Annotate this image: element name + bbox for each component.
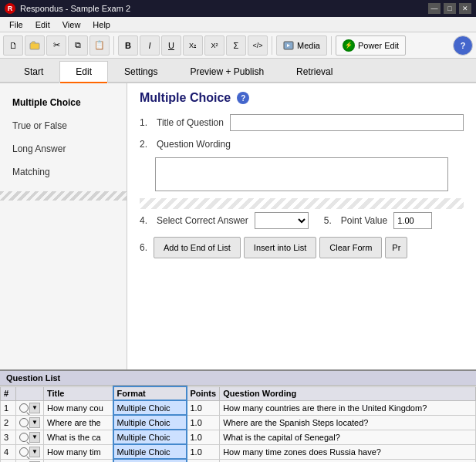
menu-bar: File Edit View Help [0, 17, 476, 32]
main-content: Multiple Choice True or False Long Answe… [0, 83, 476, 369]
tab-settings[interactable]: Settings [108, 61, 174, 82]
window-title: Respondus - Sample Exam 2 [20, 4, 428, 13]
row2-points: 1.0 [187, 415, 220, 430]
insert-into-list-button[interactable]: Insert into List [244, 237, 316, 258]
row1-down-button[interactable]: ▼ [29, 403, 40, 413]
point-value-input[interactable]: 1.00 [393, 212, 432, 229]
table-row: 3 ▼ What is the ca Multiple Choic 1.0 Wh… [1, 430, 476, 444]
point-value-label: Point Value [341, 215, 388, 226]
row5-num: 5 [1, 459, 16, 462]
row4-down-button[interactable]: ▼ [29, 447, 40, 457]
question-table: # Title Format Points Question Wording 1… [0, 386, 476, 462]
paste-button[interactable]: 📋 [89, 35, 110, 56]
subscript-button[interactable]: X₂ [183, 35, 203, 56]
scissors-button[interactable]: ✂ [46, 35, 66, 56]
row4-num: 4 [1, 444, 16, 459]
row4-title: How many tim [44, 444, 113, 459]
toolbar-sep-2 [272, 36, 272, 55]
row1-num: 1 [1, 400, 16, 415]
row4-format: Multiple Choic [113, 444, 187, 459]
row2-format: Multiple Choic [113, 415, 187, 430]
menu-view[interactable]: View [56, 17, 87, 32]
italic-button[interactable]: I [140, 35, 160, 56]
window-controls[interactable]: — □ ✕ [428, 3, 471, 14]
question-list-section: Question List # Title Format Points Ques… [0, 369, 476, 462]
row4-points: 1.0 [187, 444, 220, 459]
add-to-end-of-list-button[interactable]: Add to End of List [154, 237, 241, 258]
media-button[interactable]: Media [276, 35, 327, 56]
pr-button[interactable]: Pr [385, 237, 407, 258]
col-header-num: # [1, 386, 16, 400]
clear-form-button[interactable]: Clear Form [319, 237, 382, 258]
col-header-wording: Question Wording [220, 386, 476, 400]
title-of-question-input[interactable] [230, 114, 464, 131]
select-correct-answer-label: Select Correct Answer [157, 215, 248, 226]
panel-title: Multiple Choice ? [140, 91, 464, 105]
row1-search-icon[interactable] [19, 403, 29, 413]
question-list-title: Question List [0, 371, 476, 386]
menu-edit[interactable]: Edit [29, 17, 56, 32]
field4-number: 4. [140, 215, 150, 226]
field1-label: Title of Question [157, 117, 224, 128]
code-button[interactable]: </> [248, 35, 268, 56]
field6-number: 6. [140, 242, 150, 253]
row5-format: Multiple Choic [113, 459, 187, 462]
question-wording-input[interactable] [155, 157, 448, 191]
row2-wording: Where are the Spanish Steps located? [220, 415, 476, 430]
row1-points: 1.0 [187, 400, 220, 415]
power-edit-icon: ⚡ [343, 39, 355, 52]
correct-answer-select[interactable]: A B C D [255, 212, 309, 229]
tab-start[interactable]: Start [8, 61, 59, 82]
row2-search-icon[interactable] [19, 418, 29, 427]
row3-search-icon[interactable] [19, 433, 29, 442]
sidebar-item-multiple-choice[interactable]: Multiple Choice [0, 91, 127, 114]
maximize-button[interactable]: □ [444, 3, 456, 14]
superscript-button[interactable]: X² [204, 35, 224, 56]
svg-rect-0 [30, 43, 39, 49]
table-row: 5 ▼ What is the na Multiple Choic 1.0 Wh… [1, 459, 476, 462]
sidebar-item-long-answer[interactable]: Long Answer [0, 137, 127, 160]
help-button[interactable]: ? [453, 35, 473, 56]
help-icon[interactable]: ? [237, 92, 249, 104]
new-button[interactable]: 🗋 [3, 35, 23, 56]
sidebar-item-true-false[interactable]: True or False [0, 114, 127, 137]
col-header-format: Format [113, 386, 187, 400]
row4-search-icon[interactable] [19, 447, 29, 457]
menu-file[interactable]: File [3, 17, 29, 32]
row5-wording: What is the name of the largest city in … [220, 459, 476, 462]
field5-number: 5. [324, 215, 335, 226]
answer-point-row: 4. Select Correct Answer A B C D 5. Poin… [140, 212, 464, 229]
menu-help[interactable]: Help [86, 17, 116, 32]
title-bar: R Respondus - Sample Exam 2 — □ ✕ [0, 0, 476, 17]
sigma-button[interactable]: Σ [226, 35, 246, 56]
power-edit-button[interactable]: ⚡ Power Edit [336, 35, 406, 56]
field1-number: 1. [140, 117, 150, 128]
row3-down-button[interactable]: ▼ [29, 432, 40, 443]
row3-wording: What is the capital of Senegal? [220, 430, 476, 444]
row2-num: 2 [1, 415, 16, 430]
open-button[interactable] [25, 35, 45, 56]
toolbar: 🗋 ✂ ⧉ 📋 B I U X₂ X² Σ </> Media ⚡ Power … [0, 32, 476, 59]
bold-button[interactable]: B [118, 35, 138, 56]
close-button[interactable]: ✕ [459, 3, 471, 14]
row3-format: Multiple Choic [113, 430, 187, 444]
row1-wording: How many countries are there in the Unit… [220, 400, 476, 415]
row5-title: What is the na [44, 459, 113, 462]
tab-retrieval[interactable]: Retrieval [280, 61, 349, 82]
tab-edit[interactable]: Edit [59, 61, 108, 83]
row1-format: Multiple Choic [113, 400, 187, 415]
question-wording-row: 2. Question Wording [140, 139, 464, 150]
copy-button[interactable]: ⧉ [68, 35, 88, 56]
edit-panel: Multiple Choice ? 1. Title of Question 2… [127, 83, 476, 369]
field2-number: 2. [140, 139, 150, 150]
row2-down-button[interactable]: ▼ [29, 417, 40, 428]
power-edit-label: Power Edit [358, 41, 399, 50]
row1-title: How many cou [44, 400, 113, 415]
tab-bar: Start Edit Settings Preview + Publish Re… [0, 59, 476, 83]
tab-preview-publish[interactable]: Preview + Publish [174, 61, 280, 82]
row5-points: 1.0 [187, 459, 220, 462]
underline-button[interactable]: U [161, 35, 181, 56]
minimize-button[interactable]: — [428, 3, 441, 14]
row3-num: 3 [1, 430, 16, 444]
sidebar-item-matching[interactable]: Matching [0, 160, 127, 184]
